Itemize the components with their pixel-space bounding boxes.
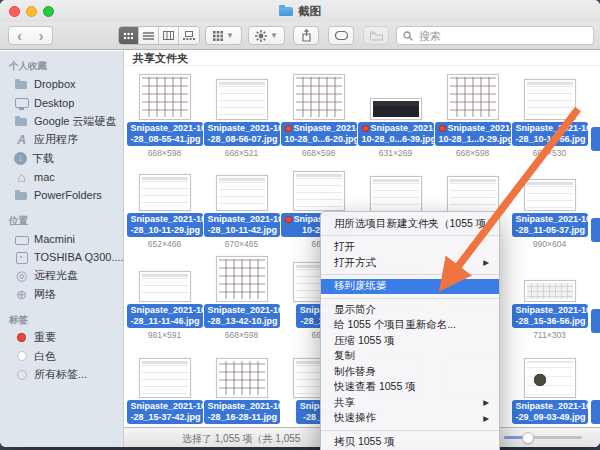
slider-knob[interactable] (522, 432, 534, 444)
file-item[interactable]: Snipaste_2021-10-28_16-28-11.jpg (203, 340, 280, 427)
search-field[interactable] (396, 26, 594, 45)
tag-white-icon (14, 349, 29, 363)
file-item[interactable]: Snipaste_2021-10-28_11-11-46.jpg981×591 (126, 249, 203, 340)
menu-item[interactable]: 快速操作▶ (321, 411, 499, 427)
file-name-line: -28_13-42-10.jpg (208, 316, 276, 327)
file-item[interactable]: Snipaste_2021-10-28_10-10-56.jpg668×530 (511, 67, 588, 158)
file-item[interactable]: Snipaste_2021-10-28_11-05-37.jpg990×604 (511, 158, 588, 249)
file-name-line: Snipaste_2021-10 (516, 305, 584, 316)
file-item[interactable]: Snipaste_2021-10-28_0...6-39.jpg631×269 (357, 67, 434, 158)
file-item[interactable]: Snipaste_2021-10-28_08-55-41.jpg668×598 (126, 67, 203, 158)
sidebar-item-label: TOSHIBA Q300.... (34, 251, 124, 263)
thumbnail-image (139, 271, 191, 302)
file-item[interactable]: Snipaste_2021-10-28_1...0-29.jpg668×598 (434, 67, 511, 158)
file-thumbnail (524, 67, 576, 120)
disc-icon (14, 269, 29, 283)
sidebar-item-macmini[interactable]: Macmini (0, 230, 123, 249)
file-name-label: Snipaste_2021-10-28_15-36-56.jpg (512, 304, 588, 328)
menu-item-label: 共享 (334, 396, 477, 410)
column-view-button[interactable] (159, 27, 179, 44)
file-name-label: Snipaste_2021-10-28_15-37-42.jpg (127, 400, 203, 424)
file-item[interactable]: Snipaste_2021-10-29_09-03-49.jpg (511, 340, 588, 427)
new-folder-button[interactable] (363, 26, 389, 45)
file-name-line: -28_10-11-29.jpg (131, 225, 199, 236)
file-name-line: 10-28_0...6-39.jpg (362, 134, 430, 145)
sidebar-item-item[interactable]: 应用程序 (0, 131, 123, 150)
menu-item[interactable]: 显示简介 (321, 302, 499, 318)
file-name-line: 10-28_0...6-20.jpg (285, 134, 353, 145)
menu-item[interactable]: 打开 (321, 240, 499, 256)
menu-item[interactable]: 拷贝 1055 项 (321, 434, 499, 450)
sidebar-item-item[interactable]: 重要 (0, 329, 123, 348)
icon-size-slider[interactable] (504, 436, 582, 439)
file-thumbnail (139, 340, 191, 398)
sidebar-item-item[interactable]: 所有标签... (0, 366, 123, 385)
file-dimensions: 990×604 (533, 239, 566, 249)
sidebar-item-toshiba-q300[interactable]: TOSHIBA Q300.... (0, 248, 123, 267)
folder-icon (279, 5, 293, 16)
computer-icon (14, 232, 29, 246)
group-header: 共享文件夹 (124, 51, 600, 66)
file-item[interactable]: Snipaste_2021-10-28_10-11-29.jpg652×466 (126, 158, 203, 249)
clipped-file-selection (591, 218, 600, 242)
sidebar-section: 标签重要白色所有标签... (0, 311, 123, 385)
file-name-label: Snipaste_2021-10-28_10-11-29.jpg (127, 213, 203, 237)
menu-item[interactable]: 给 1055 个项目重新命名... (321, 318, 499, 334)
search-icon (403, 31, 413, 41)
sidebar-item-item[interactable]: 白色 (0, 347, 123, 366)
file-dimensions: 670×465 (225, 239, 258, 249)
file-name-line: -28_08-55-41.jpg (131, 134, 199, 145)
icon-view-button[interactable] (119, 27, 139, 44)
menu-item[interactable]: 快速查看 1055 项 (321, 380, 499, 396)
disk-icon (14, 250, 29, 264)
menu-item[interactable]: 共享▶ (321, 395, 499, 411)
file-dimensions: 668×598 (225, 330, 258, 340)
forward-button[interactable]: › (30, 26, 53, 45)
file-name-line: Snipaste_2021-10 (131, 401, 199, 412)
menu-item-label: 快速查看 1055 项 (334, 380, 489, 394)
sidebar-item-item[interactable]: 网络 (0, 285, 123, 304)
menu-item[interactable]: 用所选项目新建文件夹（1055 项） (321, 216, 499, 232)
menu-item[interactable]: 复制 (321, 349, 499, 365)
menu-item-move-to-trash[interactable]: 移到废纸篓 (321, 279, 499, 295)
tag-button[interactable] (328, 26, 354, 45)
file-item[interactable]: Snipaste_2021-10-28_15-36-56.jpg711×303 (511, 249, 588, 340)
file-thumbnail (524, 340, 576, 398)
file-dimensions: 631×269 (379, 148, 412, 158)
sidebar-item-label: 远程光盘 (34, 268, 78, 283)
file-thumbnail (524, 158, 576, 211)
menu-item[interactable]: 压缩 1055 项 (321, 333, 499, 349)
folder-icon (14, 188, 29, 202)
search-input[interactable] (417, 29, 587, 43)
sidebar-item-item[interactable]: 下载 (0, 149, 123, 168)
list-view-button[interactable] (139, 27, 159, 44)
action-button[interactable]: ▼ (248, 26, 285, 45)
thumbnail-image (370, 176, 422, 216)
file-item[interactable]: Snipaste_2021-10-28_08-56-07.jpg668×521 (203, 67, 280, 158)
gallery-view-button[interactable] (179, 27, 199, 44)
sidebar-item-mac[interactable]: mac (0, 168, 123, 187)
file-name-line: Snipaste_2021- (439, 123, 507, 134)
menu-item-label: 复制 (334, 349, 489, 363)
file-item[interactable]: Snipaste_2021-10-28_10-11-42.jpg670×465 (203, 158, 280, 249)
sidebar-item-powerfolders[interactable]: PowerFolders (0, 186, 123, 205)
file-thumbnail (139, 249, 191, 302)
file-name-line: -28_11-05-37.jpg (516, 225, 584, 236)
menu-item-label: 快速操作 (334, 411, 477, 425)
sidebar-item-item[interactable]: 远程光盘 (0, 267, 123, 286)
sidebar-item-dropbox[interactable]: Dropbox (0, 75, 123, 94)
file-dimensions: 668×521 (225, 148, 258, 158)
tag-icon (335, 31, 348, 40)
column-view-icon (163, 31, 174, 40)
sidebar-item-desktop[interactable]: Desktop (0, 94, 123, 113)
menu-item[interactable]: 制作替身 (321, 364, 499, 380)
desktop-icon (14, 96, 29, 110)
file-item[interactable]: Snipaste_2021-10-28_13-42-10.jpg668×598 (203, 249, 280, 340)
sidebar-item-google[interactable]: Google 云端硬盘 (0, 112, 123, 131)
share-button[interactable] (293, 26, 319, 45)
file-item[interactable]: Snipaste_2021-10-28_0...6-20.jpg668×598 (280, 67, 357, 158)
back-button[interactable]: ‹ (8, 26, 31, 45)
file-item[interactable]: Snipaste_2021-10-28_15-37-42.jpg (126, 340, 203, 427)
menu-item[interactable]: 打开方式▶ (321, 255, 499, 271)
group-button[interactable]: ▼ (205, 26, 242, 45)
